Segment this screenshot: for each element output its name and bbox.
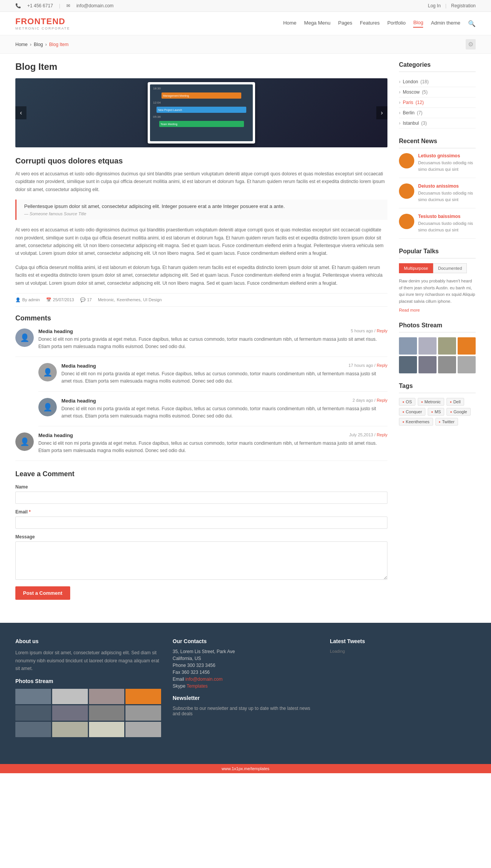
category-berlin-link[interactable]: Berlin <box>403 110 415 116</box>
tag-ms[interactable]: MS <box>428 408 444 416</box>
photo-3 <box>438 337 456 355</box>
category-paris-link[interactable]: Paris <box>403 100 413 105</box>
phone-icon: 📞 <box>15 3 21 8</box>
tags-title: Tags <box>399 383 476 393</box>
reply-link-2[interactable]: Reply <box>377 363 387 368</box>
article-body-1: At vero eos et accusamus et iusto odio d… <box>15 170 387 193</box>
comment-body-3: Media heading 2 days ago / Reply Donec i… <box>61 398 387 420</box>
category-moscow-count: (5) <box>422 89 428 95</box>
nav-blog[interactable]: Blog <box>413 20 423 28</box>
settings-icon[interactable]: ⚙ <box>466 39 476 50</box>
talks-tabs: Multipurpose Documented <box>399 263 476 273</box>
name-group: Name <box>15 484 387 504</box>
logo-sub: METRONIC CORPORATE <box>15 26 70 30</box>
category-london-link[interactable]: London <box>403 79 418 84</box>
nav-admin-theme[interactable]: Admin theme <box>431 20 460 27</box>
slider-prev-button[interactable]: ‹ <box>15 106 26 119</box>
nav-features[interactable]: Features <box>360 20 379 27</box>
blockquote: Pellentesque ipsum dolor sit amet, conse… <box>15 200 387 220</box>
reply-link-3[interactable]: Reply <box>377 398 387 403</box>
footer-photo-5 <box>15 705 51 721</box>
slider-next-button[interactable]: › <box>376 106 387 119</box>
footer-photo-6 <box>52 705 88 721</box>
footer-grid: About us Lorem ipsum dolor sit amet, con… <box>15 638 476 737</box>
footer-loading: Loading <box>330 649 476 653</box>
meta-date: 📅 25/07/2013 <box>46 297 74 302</box>
submit-button[interactable]: Post a Comment <box>15 586 70 600</box>
email-group: Email * <box>15 509 387 529</box>
slider-inner: 18:30 Management Meeting 12:04 New Proje… <box>15 78 387 147</box>
footer-email-link[interactable]: info@domain.com <box>185 677 222 682</box>
comment-header-4: Media heading July 25,2013 / Reply <box>38 432 387 438</box>
comments-title: Comments <box>15 314 387 322</box>
comment-time-3: 2 days ago / Reply <box>353 398 387 403</box>
comment-name-3: Media heading <box>61 398 96 404</box>
comment-text-4: Donec id elit non mi porta gravida at eg… <box>38 440 387 454</box>
read-more-link[interactable]: Read more <box>399 308 420 312</box>
footer-photo-8 <box>125 705 161 721</box>
comment-3: 👤 Media heading 2 days ago / Reply Donec… <box>38 398 387 426</box>
login-link[interactable]: Log In <box>428 3 440 8</box>
nav-portfolio[interactable]: Portfolio <box>387 20 406 27</box>
tag-google[interactable]: Google <box>447 408 470 416</box>
comment-4: 👤 Media heading July 25,2013 / Reply Don… <box>15 432 387 461</box>
blockquote-cite: — Someone famous Source Title <box>24 211 380 216</box>
tab-documented[interactable]: Documented <box>433 263 467 273</box>
news-body-1: Letiusto gnissimos Decusamus tiusto odio… <box>418 153 476 172</box>
search-icon[interactable]: 🔍 <box>468 20 476 27</box>
footer-contacts-title: Our Contacts <box>173 638 318 644</box>
registration-link[interactable]: Registration <box>451 3 476 8</box>
footer-photos-grid <box>15 689 161 737</box>
email-input[interactable] <box>15 517 387 529</box>
tag-os[interactable]: OS <box>399 398 415 406</box>
tag-twitter[interactable]: Twitter <box>435 418 458 426</box>
footer-photos-title: Photos Stream <box>15 678 161 684</box>
news-text-2: Decusamus tiusto odiodig nis simo ducimu… <box>418 190 476 203</box>
news-item-3: Tesiusto baissimos Decusamus tiusto odio… <box>399 214 476 239</box>
nav-home[interactable]: Home <box>283 20 297 27</box>
reply-link-4[interactable]: Reply <box>377 432 387 437</box>
footer-about: About us Lorem ipsum dolor sit amet, con… <box>15 638 161 737</box>
categories-section: Categories London (18) Moscow (5) Paris … <box>399 61 476 129</box>
reply-link-1[interactable]: Reply <box>377 328 387 333</box>
footer-photo-12 <box>125 722 161 737</box>
nav-mega-menu[interactable]: Mega Menu <box>304 20 331 27</box>
logo: FRONTEND METRONIC CORPORATE <box>15 17 70 30</box>
tag-3: UI Design <box>143 297 161 302</box>
footer-contact-details: 35, Lorem Lis Street, Park Ave Californi… <box>173 649 318 689</box>
slider-screen: 18:30 Management Meeting 12:04 New Proje… <box>148 82 255 144</box>
news-text-3: Decusamus tiusto odiodig nis simo ducimu… <box>418 220 476 233</box>
tag-conquer[interactable]: Conquer <box>399 408 425 416</box>
news-avatar-1 <box>399 153 414 168</box>
post-meta: 👤 By admin 📅 25/07/2013 💬 17 Metronic, K… <box>15 293 387 307</box>
tag-keenthemes[interactable]: Keenthemes <box>399 418 433 426</box>
category-berlin-count: (7) <box>417 110 423 116</box>
tag-dell[interactable]: Dell <box>447 398 464 406</box>
article-body-3: Culpa qui officia deserunt mollitia anim… <box>15 264 387 287</box>
news-title-1: Letiusto gnissimos <box>418 153 476 158</box>
content-area: Blog Item 18:30 Management Meeting 12:04… <box>15 61 387 600</box>
breadcrumb-home[interactable]: Home <box>15 42 28 47</box>
categories-title: Categories <box>399 61 476 72</box>
breadcrumb-sep2: › <box>45 42 47 47</box>
name-input[interactable] <box>15 492 387 504</box>
news-title-2: Deiusto anissimos <box>418 183 476 189</box>
phone-number: +1 456 6717 <box>27 3 53 8</box>
message-input[interactable] <box>15 541 387 580</box>
category-moscow-link[interactable]: Moscow <box>403 89 420 95</box>
category-istanbul-count: (3) <box>421 120 427 126</box>
category-istanbul: Istanbul (3) <box>399 118 476 129</box>
footer-newsletter-text: Subscribe to our newsletter and stay up … <box>173 706 318 716</box>
comment-icon: 💬 <box>80 297 86 302</box>
tab-multipurpose[interactable]: Multipurpose <box>399 263 433 273</box>
tag-metronic[interactable]: Metronic <box>418 398 444 406</box>
article-body-2: At vero eos et accusamus et iusto odio d… <box>15 226 387 257</box>
category-istanbul-link[interactable]: Istanbul <box>403 120 419 126</box>
footer-phone: Phone 300 323 3456 <box>173 663 318 668</box>
main-container: Blog Item 18:30 Management Meeting 12:04… <box>0 54 491 607</box>
breadcrumb-blog[interactable]: Blog <box>34 42 43 47</box>
footer-address: 35, Lorem Lis Street, Park Ave <box>173 649 318 654</box>
nav-pages[interactable]: Pages <box>338 20 352 27</box>
footer-skype-link[interactable]: Templates <box>186 683 208 689</box>
news-body-2: Deiusto anissimos Decusamus tiusto odiod… <box>418 183 476 203</box>
